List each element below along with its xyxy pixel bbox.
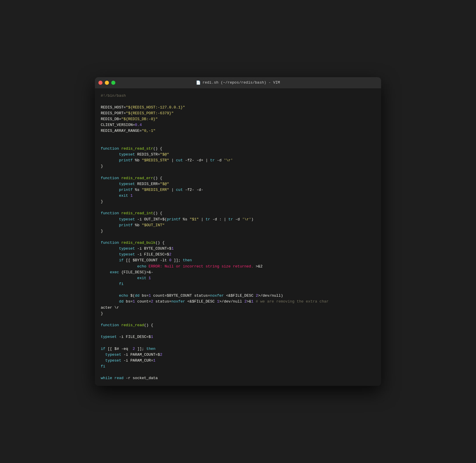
code-line	[101, 328, 375, 334]
code-line: }	[101, 163, 375, 169]
code-line	[101, 99, 375, 105]
code-line: fi	[101, 364, 375, 369]
code-line: echo $(dd bs=1 count=$BYTE_COUNT status=…	[101, 293, 375, 299]
code-line: printf %b "$OUT_INT"	[101, 222, 375, 228]
code-line: exit 1	[101, 275, 375, 281]
code-line: function redis_read_str() {	[101, 146, 375, 152]
code-line: if [[ $BYTE_COUNT -lt 0 ]]; then	[101, 258, 375, 263]
code-line	[101, 134, 375, 140]
code-line: typeset -i OUT_INT=$(printf %s "$1" | tr…	[101, 217, 375, 222]
code-line: acter \r	[101, 305, 375, 311]
code-line: typeset REDIS_STR="$@"	[101, 152, 375, 158]
code-line: function redis_read() {	[101, 322, 375, 328]
code-line: typeset -i FILE_DESC=$1	[101, 334, 375, 340]
code-line	[101, 369, 375, 375]
code-line: REDIS_HOST="${REDIS_HOST:-127.0.0.1}"	[101, 105, 375, 110]
maximize-button[interactable]	[111, 81, 115, 85]
code-line: typeset REDIS_ERR="$@"	[101, 181, 375, 187]
traffic-lights	[98, 81, 115, 85]
code-line: exec {FILE_DESC}>&-	[101, 269, 375, 275]
code-line	[101, 317, 375, 322]
code-line: function redis_read_bulk() {	[101, 240, 375, 246]
code-line: CLIENT_VERSION=0.4	[101, 122, 375, 128]
code-line: typeset -i PARAM_COUNT=$2	[101, 352, 375, 358]
code-line: }	[101, 199, 375, 205]
code-line	[101, 340, 375, 346]
code-line	[101, 169, 375, 175]
code-line: if [[ $# -eq 2 ]]; then	[101, 346, 375, 352]
code-line: REDIS_ARRAY_RANGE="0,-1"	[101, 128, 375, 134]
code-editor[interactable]: #!/bin/bash REDIS_HOST="${REDIS_HOST:-12…	[95, 88, 381, 386]
code-line: while read -r socket_data	[101, 375, 375, 381]
code-line	[101, 234, 375, 240]
code-line: }	[101, 311, 375, 317]
code-line: echo ERROR: Null or incorrect string siz…	[101, 264, 375, 269]
code-line: typeset -i PARAM_CUR=1	[101, 358, 375, 364]
file-icon: 📄	[196, 80, 201, 85]
close-button[interactable]	[98, 81, 103, 85]
code-line: REDIS_DB="${REDIS_DB:-0}"	[101, 116, 375, 122]
code-line: function redis_read_err() {	[101, 175, 375, 181]
code-line: printf %b "$REDIS_STR" | cut -f2- -d+ | …	[101, 158, 375, 163]
code-line: exit 1	[101, 193, 375, 199]
code-line: printf %s "$REDIS_ERR" | cut -f2- -d-	[101, 187, 375, 193]
code-line	[101, 140, 375, 146]
code-line: fi	[101, 281, 375, 287]
code-line: dd bs=1 count=2 status=noxfer <&$FILE_DE…	[101, 299, 375, 305]
code-line: REDIS_PORT="${REDIS_PORT:-6379}"	[101, 110, 375, 116]
vim-window: 📄 redi.sh (~/repos/redis/bash) - VIM #!/…	[95, 77, 381, 386]
code-line: typeset -i FILE_DESC=$2	[101, 252, 375, 258]
code-line	[101, 287, 375, 293]
minimize-button[interactable]	[105, 81, 109, 85]
code-line: function redis_read_int() {	[101, 210, 375, 216]
code-line: typeset -i BYTE_COUNT=$1	[101, 246, 375, 252]
code-line: #!/bin/bash	[101, 93, 375, 99]
window-title: 📄 redi.sh (~/repos/redis/bash) - VIM	[196, 80, 280, 85]
titlebar: 📄 redi.sh (~/repos/redis/bash) - VIM	[95, 77, 381, 88]
code-line: }	[101, 228, 375, 234]
code-line	[101, 205, 375, 210]
